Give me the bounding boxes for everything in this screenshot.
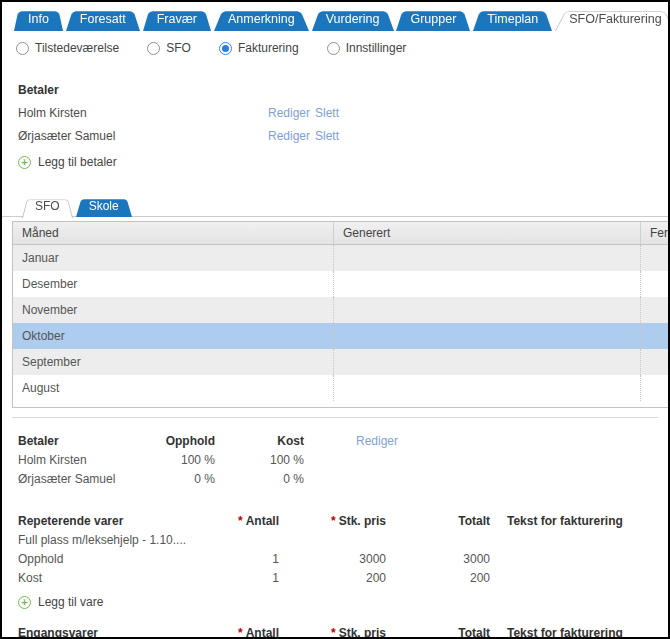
radio-icon <box>327 42 340 55</box>
radio-sfo[interactable]: SFO <box>147 41 191 55</box>
ferdig-cell <box>640 271 669 297</box>
month-table: Måned Generert Ferdig Januar Desember No… <box>12 221 670 408</box>
table-row-selected[interactable]: Oktober <box>13 323 669 349</box>
month-cell: September <box>13 349 333 375</box>
radio-label: Tilstedeværelse <box>35 41 119 55</box>
required-marker: * <box>331 626 336 639</box>
tab-label: Anmerkning <box>228 12 295 26</box>
split-header-opphold: Opphold <box>152 432 215 451</box>
month-cell: Desember <box>13 271 333 297</box>
ferdig-cell <box>640 245 669 271</box>
generert-cell <box>333 375 640 401</box>
antall-value: 1 <box>218 550 279 569</box>
payer-split-table: Betaler Opphold Kost Rediger Holm Kirste… <box>18 432 668 489</box>
generert-cell <box>333 323 640 349</box>
required-marker: * <box>238 626 243 639</box>
main-tabbar: Info Foresatt Fravær Anmerkning Vurderin… <box>2 2 668 31</box>
col-header-maaned: Måned <box>13 222 333 244</box>
table-row[interactable]: August <box>13 375 669 401</box>
tab-anmerkning[interactable]: Anmerkning <box>214 7 309 31</box>
tab-label: Grupper <box>410 12 456 26</box>
edit-link[interactable]: Rediger <box>268 102 315 125</box>
betaler-title: Betaler <box>18 83 668 97</box>
tab-vurdering[interactable]: Vurdering <box>312 7 394 31</box>
stk-pris-value: 3000 <box>279 550 386 569</box>
radio-innstillinger[interactable]: Innstillinger <box>327 41 407 55</box>
header-text: Antall <box>246 626 279 639</box>
col-header-antall: *Antall <box>218 512 279 531</box>
tab-label: Fravær <box>157 12 197 26</box>
table-bottom-padding <box>13 401 669 407</box>
item-name: Kost <box>18 569 218 588</box>
month-cell: Januar <box>13 245 333 271</box>
edit-split-link[interactable]: Rediger <box>356 432 668 451</box>
spacer <box>356 470 668 489</box>
repeating-items-section: Repeterende varer *Antall *Stk. pris Tot… <box>18 512 668 612</box>
sub-tabbar: SFO Skole <box>2 195 668 217</box>
tab-label: SFO/Fakturering <box>569 12 661 26</box>
spacer <box>304 432 356 451</box>
subtab-label: SFO <box>35 199 60 213</box>
delete-link[interactable]: Slett <box>315 125 668 148</box>
subtab-skole[interactable]: Skole <box>76 195 132 217</box>
add-repeating-item-button[interactable]: + Legg til vare <box>18 593 668 612</box>
table-row[interactable]: September <box>13 349 669 375</box>
subtab-sfo[interactable]: SFO <box>22 195 73 218</box>
tab-sfo-fakturering[interactable]: SFO/Fakturering <box>555 7 670 31</box>
col-header-totalt: Totalt <box>386 624 490 639</box>
ferdig-cell <box>640 297 669 323</box>
generert-cell <box>333 245 640 271</box>
split-header-betaler: Betaler <box>18 432 152 451</box>
tab-grupper[interactable]: Grupper <box>396 7 470 31</box>
col-header-ferdig: Ferdig <box>640 222 669 244</box>
generert-cell <box>333 297 640 323</box>
ferdig-cell <box>640 349 669 375</box>
col-header-totalt: Totalt <box>386 512 490 531</box>
section-title: Engangsvarer <box>18 624 218 639</box>
antall-value: 1 <box>218 569 279 588</box>
tab-foresatt[interactable]: Foresatt <box>66 7 140 31</box>
radio-label: Fakturering <box>238 41 299 55</box>
generert-cell <box>333 349 640 375</box>
spacer <box>304 470 356 489</box>
radio-icon-checked <box>219 42 232 55</box>
view-radio-group: Tilstedeværelse SFO Fakturering Innstill… <box>2 31 668 55</box>
payer-row: Holm Kirsten Rediger Slett <box>18 102 668 125</box>
tab-info[interactable]: Info <box>14 7 63 31</box>
split-header-kost: Kost <box>215 432 304 451</box>
spacer <box>356 451 668 470</box>
generert-cell <box>333 271 640 297</box>
tab-label: Foresatt <box>80 12 126 26</box>
item-name: Opphold <box>18 550 218 569</box>
plus-icon: + <box>18 156 31 169</box>
required-marker: * <box>238 514 243 528</box>
payer-name: Ørjasæter Samuel <box>18 470 152 489</box>
table-row[interactable]: November <box>13 297 669 323</box>
table-row[interactable]: Januar <box>13 245 669 271</box>
tab-label: Info <box>28 12 49 26</box>
spacer <box>490 624 507 639</box>
delete-link[interactable]: Slett <box>315 102 668 125</box>
radio-label: SFO <box>166 41 191 55</box>
radio-tilstedevaerelse[interactable]: Tilstedeværelse <box>16 41 119 55</box>
radio-fakturering[interactable]: Fakturering <box>219 41 299 55</box>
tab-timeplan[interactable]: Timeplan <box>473 7 552 31</box>
section-title: Repeterende varer <box>18 512 218 531</box>
plus-icon: + <box>18 596 31 609</box>
betaler-section: Betaler Holm Kirsten Rediger Slett Ørjas… <box>2 55 668 172</box>
add-payer-button[interactable]: + Legg til betaler <box>18 153 668 172</box>
totalt-value: 200 <box>386 569 490 588</box>
spacer <box>490 569 507 588</box>
ferdig-cell <box>640 375 669 401</box>
one-time-items-table: Engangsvarer *Antall *Stk. pris Totalt T… <box>18 624 668 639</box>
table-row[interactable]: Desember <box>13 271 669 297</box>
invoice-detail-section: Betaler Opphold Kost Rediger Holm Kirste… <box>2 418 668 639</box>
col-header-tekst: Tekst for fakturering <box>507 512 668 531</box>
col-header-tekst: Tekst for fakturering <box>507 624 668 639</box>
kost-value: 0 % <box>215 470 304 489</box>
radio-icon <box>147 42 160 55</box>
tab-fravaer[interactable]: Fravær <box>143 7 211 31</box>
edit-link[interactable]: Rediger <box>268 125 315 148</box>
spacer <box>490 550 507 569</box>
col-header-stk-pris: *Stk. pris <box>279 512 386 531</box>
